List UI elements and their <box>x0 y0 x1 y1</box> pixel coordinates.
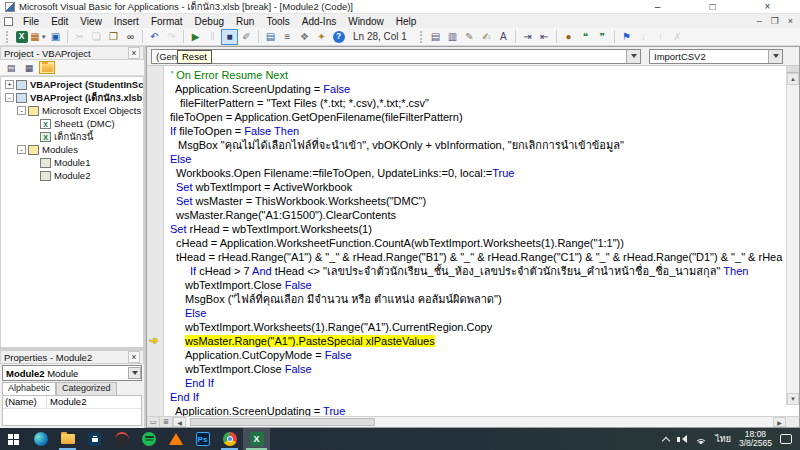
list-properties-icon[interactable]: ▤ <box>427 29 444 45</box>
margin-indicator-bar[interactable]: ➔ <box>147 66 164 416</box>
properties-window-icon[interactable]: ≡ <box>279 29 296 45</box>
code-line[interactable]: wbTextImport.Close False <box>165 278 785 292</box>
toggle-folders-icon[interactable] <box>39 61 55 74</box>
code-line[interactable]: tHead = rHead.Range("A1") & "_" & rHead.… <box>165 250 785 264</box>
find-icon[interactable]: ∞ <box>122 29 139 45</box>
uncomment-block-icon[interactable]: ❞ <box>594 29 611 45</box>
volume-icon[interactable] <box>677 435 687 443</box>
code-line[interactable]: wbTextImport.Close False <box>165 362 785 376</box>
code-line[interactable]: Set rHead = wbTextImport.Worksheets(1) <box>165 222 785 236</box>
full-module-view-button[interactable]: ≣ <box>160 417 173 427</box>
property-row[interactable]: (Name)Module2 <box>3 396 141 409</box>
code-line[interactable]: End If <box>165 390 785 404</box>
code-line[interactable]: fileToOpen = Application.GetOpenFilename… <box>165 110 785 124</box>
tab-categorized[interactable]: Categorized <box>56 382 117 395</box>
vertical-scrollbar[interactable]: ▲ ▼ <box>786 66 799 405</box>
taskbar-edge-icon[interactable] <box>27 428 54 450</box>
tab-alphabetic[interactable]: Alphabetic <box>2 382 56 395</box>
code-line[interactable]: ' On Error Resume Next <box>165 68 785 82</box>
tray-overflow-chevron-icon[interactable] <box>662 436 670 444</box>
view-code-icon[interactable]: ▤ <box>3 61 19 74</box>
mdi-minimize-button[interactable]: – <box>757 16 762 26</box>
object-dropdown[interactable]: (General) <box>151 49 641 64</box>
properties-object-selector[interactable]: Module2 Module <box>2 365 142 381</box>
excel-icon[interactable]: X <box>13 29 30 45</box>
maximize-button[interactable]: □ <box>685 1 740 12</box>
hscroll-thumb[interactable] <box>190 418 375 426</box>
outdent-icon[interactable]: ⇤ <box>536 29 553 45</box>
expand-icon[interactable]: + <box>5 80 14 89</box>
code-line[interactable]: End If <box>165 376 785 390</box>
tree-item[interactable]: Module2 <box>1 169 143 182</box>
language-indicator[interactable]: ไทย <box>715 432 731 446</box>
redo-icon[interactable]: ↷ <box>163 29 180 45</box>
comment-block-icon[interactable]: ❝ <box>577 29 594 45</box>
procedure-view-button[interactable]: ▭ <box>147 417 160 427</box>
mdi-restore-button[interactable]: ❐ <box>771 16 779 26</box>
complete-word-icon[interactable]: A <box>495 29 512 45</box>
next-bookmark-icon[interactable]: ↓ <box>635 29 652 45</box>
cut-icon[interactable]: ✂ <box>71 29 88 45</box>
code-line[interactable]: fileFilterPattern = "Text Files (*.txt; … <box>165 96 785 110</box>
save-icon[interactable]: ▣ <box>47 29 64 45</box>
minimize-button[interactable]: – <box>630 1 685 12</box>
menu-debug[interactable]: Debug <box>189 16 230 27</box>
chevron-down-icon[interactable] <box>768 50 782 63</box>
code-editor[interactable]: ➔ ' On Error Resume NextApplication.Scre… <box>147 66 799 416</box>
toolbox-icon[interactable]: ✦ <box>313 29 330 45</box>
menu-addins[interactable]: Add-Ins <box>296 16 342 27</box>
list-constants-icon[interactable]: ▥ <box>444 29 461 45</box>
taskbar-chrome-icon[interactable] <box>216 428 243 450</box>
code-line[interactable]: Else <box>165 306 785 320</box>
parameter-info-icon[interactable]: ✍ <box>478 29 495 45</box>
taskbar-vlc-icon[interactable] <box>162 428 189 450</box>
collapse-icon[interactable]: - <box>17 145 26 154</box>
scroll-down-icon[interactable]: ▼ <box>787 393 799 405</box>
code-line[interactable]: MsgBox ("ไฟล์ที่คุณเลือก มีจำนวน หรือ ตำ… <box>165 292 785 306</box>
clear-bookmarks-icon[interactable]: ✗ <box>669 29 686 45</box>
insert-userform-icon[interactable]: ▦▼ <box>30 29 47 45</box>
tree-item[interactable]: Module1 <box>1 156 143 169</box>
taskbar-explorer-icon[interactable] <box>54 428 81 450</box>
close-button[interactable]: × <box>740 1 795 12</box>
code-line[interactable]: Application.ScreenUpdating = True <box>165 404 785 416</box>
wifi-icon[interactable] <box>695 435 707 444</box>
run-icon[interactable]: ▶ <box>187 29 204 45</box>
code-line[interactable]: MsgBox "คุณไม่ได้เลือกไฟล์ที่จะนำเข้า", … <box>165 138 785 152</box>
code-line[interactable]: wsMaster.Range("A1").PasteSpecial xlPast… <box>165 334 785 348</box>
chevron-down-icon[interactable] <box>128 367 141 379</box>
menu-help[interactable]: Help <box>390 16 423 27</box>
quick-info-icon[interactable]: ✎ <box>461 29 478 45</box>
collapse-icon[interactable]: - <box>5 93 14 102</box>
clock[interactable]: 18:08 3/8/2565 <box>739 430 772 449</box>
split-handle[interactable] <box>787 66 799 73</box>
horizontal-scrollbar[interactable]: ▭ ≣ ◀ ▶ <box>147 416 799 427</box>
procedure-dropdown[interactable]: ImportCSV2 <box>649 49 783 64</box>
object-browser-icon[interactable]: ❖ <box>296 29 313 45</box>
scroll-up-icon[interactable]: ▲ <box>787 73 799 85</box>
tree-item[interactable]: -VBAProject (เด็กนัก3.xlsb) <box>1 91 143 104</box>
chevron-down-icon[interactable] <box>626 50 640 63</box>
code-line[interactable]: Application.ScreenUpdating = False <box>165 82 785 96</box>
taskbar-start-button[interactable] <box>0 428 27 450</box>
tree-item[interactable]: XSheet1 (DMC) <box>1 117 143 130</box>
project-explorer-icon[interactable]: ▤ <box>262 29 279 45</box>
menu-edit[interactable]: Edit <box>45 16 74 27</box>
code-line[interactable]: wbTextImport.Worksheets(1).Range("A1").C… <box>165 320 785 334</box>
menu-insert[interactable]: Insert <box>108 16 145 27</box>
previous-bookmark-icon[interactable]: ↑ <box>652 29 669 45</box>
menu-window[interactable]: Window <box>342 16 390 27</box>
project-panel-close-icon[interactable]: × <box>128 47 140 59</box>
tree-item[interactable]: +VBAProject (StudentInSchoolLis <box>1 78 143 91</box>
code-line[interactable]: Application.CutCopyMode = False <box>165 348 785 362</box>
tree-item[interactable]: -Microsoft Excel Objects <box>1 104 143 117</box>
help-icon[interactable]: ? <box>330 29 347 45</box>
collapse-icon[interactable]: - <box>17 106 26 115</box>
code-line[interactable]: wsMaster.Range("A1:G1500").ClearContents <box>165 208 785 222</box>
menu-format[interactable]: Format <box>145 16 189 27</box>
taskbar-spotify-icon[interactable] <box>135 428 162 450</box>
toggle-breakpoint-icon[interactable]: ● <box>560 29 577 45</box>
break-icon[interactable]: ‖ <box>204 29 221 45</box>
menu-run[interactable]: Run <box>230 16 260 27</box>
taskbar-store-icon[interactable] <box>81 428 108 450</box>
